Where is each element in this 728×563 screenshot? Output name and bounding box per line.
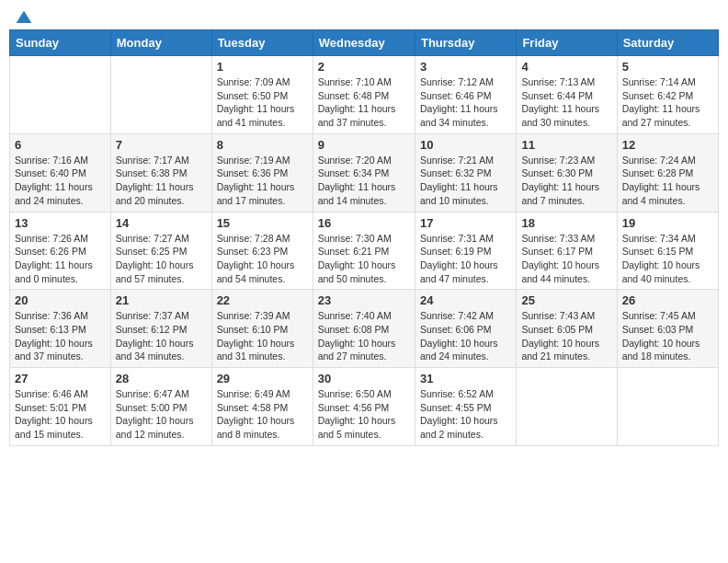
day-number: 7: [116, 138, 207, 152]
calendar-header-row: SundayMondayTuesdayWednesdayThursdayFrid…: [10, 30, 719, 56]
day-number: 1: [217, 60, 308, 74]
logo: [13, 9, 33, 22]
day-info: Sunrise: 6:47 AMSunset: 5:00 PMDaylight:…: [116, 387, 207, 442]
day-number: 31: [420, 372, 511, 385]
day-number: 5: [622, 60, 713, 74]
day-info: Sunrise: 7:34 AMSunset: 6:15 PMDaylight:…: [622, 232, 713, 286]
day-info: Sunrise: 7:12 AMSunset: 6:46 PMDaylight:…: [420, 75, 511, 130]
calendar-day-cell: 20Sunrise: 7:36 AMSunset: 6:13 PMDayligh…: [10, 290, 111, 368]
day-info: Sunrise: 7:43 AMSunset: 6:05 PMDaylight:…: [521, 309, 611, 363]
day-info: Sunrise: 7:33 AMSunset: 6:17 PMDaylight:…: [521, 232, 611, 286]
page-header: [9, 9, 719, 22]
day-number: 13: [15, 216, 106, 230]
calendar-day-header: Tuesday: [211, 30, 313, 56]
day-number: 25: [521, 293, 611, 307]
calendar-day-cell: 22Sunrise: 7:39 AMSunset: 6:10 PMDayligh…: [211, 290, 313, 368]
calendar-day-header: Wednesday: [313, 30, 415, 56]
day-number: 17: [420, 216, 511, 230]
svg-marker-0: [17, 11, 32, 23]
day-number: 3: [420, 60, 511, 74]
calendar-day-cell: 24Sunrise: 7:42 AMSunset: 6:06 PMDayligh…: [415, 290, 516, 368]
day-number: 26: [622, 293, 713, 307]
day-number: 16: [318, 216, 410, 230]
day-info: Sunrise: 7:40 AMSunset: 6:08 PMDaylight:…: [318, 309, 410, 363]
day-info: Sunrise: 6:46 AMSunset: 5:01 PMDaylight:…: [15, 387, 106, 442]
day-info: Sunrise: 7:30 AMSunset: 6:21 PMDaylight:…: [318, 232, 410, 286]
calendar-day-cell: 11Sunrise: 7:23 AMSunset: 6:30 PMDayligh…: [517, 133, 617, 212]
day-number: 10: [420, 138, 511, 152]
day-info: Sunrise: 7:23 AMSunset: 6:30 PMDaylight:…: [521, 154, 611, 208]
calendar-day-cell: 27Sunrise: 6:46 AMSunset: 5:01 PMDayligh…: [10, 368, 111, 446]
calendar-day-cell: 30Sunrise: 6:50 AMSunset: 4:56 PMDayligh…: [313, 368, 415, 446]
day-info: Sunrise: 7:16 AMSunset: 6:40 PMDaylight:…: [15, 154, 106, 208]
calendar-day-cell: [517, 368, 617, 446]
day-number: 4: [521, 60, 611, 74]
calendar-day-cell: 18Sunrise: 7:33 AMSunset: 6:17 PMDayligh…: [517, 212, 617, 290]
calendar-day-cell: [110, 56, 211, 134]
day-info: Sunrise: 7:36 AMSunset: 6:13 PMDaylight:…: [15, 309, 106, 363]
day-number: 14: [116, 216, 207, 230]
calendar-day-cell: 19Sunrise: 7:34 AMSunset: 6:15 PMDayligh…: [617, 212, 718, 290]
calendar-day-cell: [10, 56, 111, 134]
calendar-day-cell: 26Sunrise: 7:45 AMSunset: 6:03 PMDayligh…: [617, 290, 718, 368]
calendar-day-header: Monday: [110, 30, 211, 56]
day-info: Sunrise: 7:10 AMSunset: 6:48 PMDaylight:…: [318, 75, 410, 130]
calendar-day-cell: 23Sunrise: 7:40 AMSunset: 6:08 PMDayligh…: [313, 290, 415, 368]
day-info: Sunrise: 7:13 AMSunset: 6:44 PMDaylight:…: [521, 75, 611, 130]
day-number: 30: [318, 372, 410, 385]
calendar-day-cell: 12Sunrise: 7:24 AMSunset: 6:28 PMDayligh…: [617, 133, 718, 212]
day-info: Sunrise: 7:37 AMSunset: 6:12 PMDaylight:…: [116, 309, 207, 363]
calendar-day-cell: 14Sunrise: 7:27 AMSunset: 6:25 PMDayligh…: [110, 212, 211, 290]
day-number: 15: [217, 216, 308, 230]
day-number: 8: [217, 138, 308, 152]
calendar-day-header: Saturday: [617, 30, 718, 56]
calendar-day-cell: 5Sunrise: 7:14 AMSunset: 6:42 PMDaylight…: [617, 56, 718, 134]
calendar-day-cell: 10Sunrise: 7:21 AMSunset: 6:32 PMDayligh…: [415, 133, 516, 212]
calendar-week-row: 13Sunrise: 7:26 AMSunset: 6:26 PMDayligh…: [10, 212, 719, 290]
day-number: 20: [15, 293, 106, 307]
calendar-week-row: 6Sunrise: 7:16 AMSunset: 6:40 PMDaylight…: [10, 133, 719, 212]
calendar-table: SundayMondayTuesdayWednesdayThursdayFrid…: [9, 29, 719, 446]
calendar-day-header: Sunday: [10, 30, 111, 56]
day-info: Sunrise: 7:21 AMSunset: 6:32 PMDaylight:…: [420, 154, 511, 208]
day-info: Sunrise: 7:31 AMSunset: 6:19 PMDaylight:…: [420, 232, 511, 286]
calendar-day-cell: 3Sunrise: 7:12 AMSunset: 6:46 PMDaylight…: [415, 56, 516, 134]
calendar-day-cell: 28Sunrise: 6:47 AMSunset: 5:00 PMDayligh…: [110, 368, 211, 446]
day-number: 6: [15, 138, 106, 152]
day-info: Sunrise: 7:42 AMSunset: 6:06 PMDaylight:…: [420, 309, 511, 363]
day-number: 28: [116, 372, 207, 385]
calendar-day-cell: 31Sunrise: 6:52 AMSunset: 4:55 PMDayligh…: [415, 368, 516, 446]
calendar-day-cell: 15Sunrise: 7:28 AMSunset: 6:23 PMDayligh…: [211, 212, 313, 290]
day-number: 19: [622, 216, 713, 230]
calendar-day-cell: [617, 368, 718, 446]
day-info: Sunrise: 7:26 AMSunset: 6:26 PMDaylight:…: [15, 232, 106, 286]
day-info: Sunrise: 7:27 AMSunset: 6:25 PMDaylight:…: [116, 232, 207, 286]
day-number: 18: [521, 216, 611, 230]
day-number: 12: [622, 138, 713, 152]
day-info: Sunrise: 7:28 AMSunset: 6:23 PMDaylight:…: [217, 232, 308, 286]
day-number: 23: [318, 293, 410, 307]
day-info: Sunrise: 6:52 AMSunset: 4:55 PMDaylight:…: [420, 387, 511, 442]
calendar-day-cell: 9Sunrise: 7:20 AMSunset: 6:34 PMDaylight…: [313, 133, 415, 212]
calendar-day-cell: 2Sunrise: 7:10 AMSunset: 6:48 PMDaylight…: [313, 56, 415, 134]
day-info: Sunrise: 7:19 AMSunset: 6:36 PMDaylight:…: [217, 154, 308, 208]
calendar-day-cell: 21Sunrise: 7:37 AMSunset: 6:12 PMDayligh…: [110, 290, 211, 368]
day-info: Sunrise: 7:24 AMSunset: 6:28 PMDaylight:…: [622, 154, 713, 208]
day-info: Sunrise: 7:14 AMSunset: 6:42 PMDaylight:…: [622, 75, 713, 130]
calendar-day-cell: 4Sunrise: 7:13 AMSunset: 6:44 PMDaylight…: [517, 56, 617, 134]
calendar-day-cell: 29Sunrise: 6:49 AMSunset: 4:58 PMDayligh…: [211, 368, 313, 446]
calendar-week-row: 20Sunrise: 7:36 AMSunset: 6:13 PMDayligh…: [10, 290, 719, 368]
day-number: 22: [217, 293, 308, 307]
day-info: Sunrise: 6:50 AMSunset: 4:56 PMDaylight:…: [318, 387, 410, 442]
day-number: 29: [217, 372, 308, 385]
day-number: 24: [420, 293, 511, 307]
day-number: 9: [318, 138, 410, 152]
day-info: Sunrise: 7:20 AMSunset: 6:34 PMDaylight:…: [318, 154, 410, 208]
calendar-day-cell: 25Sunrise: 7:43 AMSunset: 6:05 PMDayligh…: [517, 290, 617, 368]
calendar-day-header: Thursday: [415, 30, 516, 56]
calendar-day-cell: 6Sunrise: 7:16 AMSunset: 6:40 PMDaylight…: [10, 133, 111, 212]
day-info: Sunrise: 6:49 AMSunset: 4:58 PMDaylight:…: [217, 387, 308, 442]
calendar-day-cell: 17Sunrise: 7:31 AMSunset: 6:19 PMDayligh…: [415, 212, 516, 290]
calendar-week-row: 27Sunrise: 6:46 AMSunset: 5:01 PMDayligh…: [10, 368, 719, 446]
logo-icon: [15, 9, 33, 28]
